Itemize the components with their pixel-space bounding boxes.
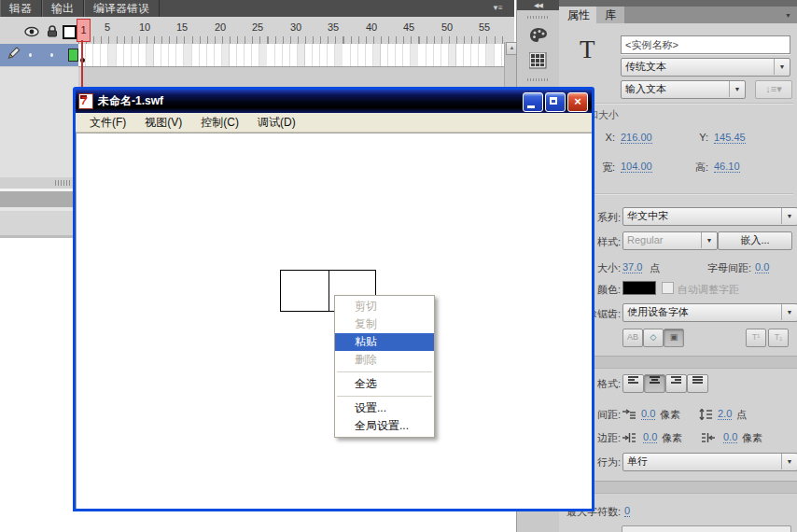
panel-menu-icon[interactable]: ▼ xyxy=(785,12,791,19)
show-hide-eye-icon[interactable] xyxy=(24,24,39,41)
menu-debug[interactable]: 调试(D) xyxy=(251,113,302,132)
indent-icon xyxy=(622,409,636,420)
section-band xyxy=(559,356,797,369)
dock-grip[interactable] xyxy=(527,78,548,81)
dock-grip[interactable] xyxy=(527,16,548,19)
align-center-button[interactable] xyxy=(644,374,665,393)
margin-left-value[interactable]: 0.0 xyxy=(643,431,657,443)
show-border-toggle[interactable]: ▣ xyxy=(664,329,684,347)
font-style-dropdown[interactable]: Regular ▼ xyxy=(622,231,718,250)
text-engine-value: 传统文本 xyxy=(625,61,666,72)
layer-row[interactable] xyxy=(0,44,78,66)
margin-left-icon xyxy=(622,432,636,443)
menu-item-global-settings[interactable]: 全局设置... xyxy=(335,417,434,435)
subscript-toggle[interactable]: T₁ xyxy=(768,329,789,347)
minimize-button[interactable] xyxy=(523,92,543,112)
align-left-button[interactable] xyxy=(622,374,644,393)
instance-name-input[interactable]: <实例名称> xyxy=(621,35,790,54)
frames-grid[interactable] xyxy=(78,44,508,67)
font-family-dropdown[interactable]: 华文中宋 ▼ xyxy=(622,207,797,226)
maximize-button[interactable] xyxy=(545,92,566,112)
menu-separator xyxy=(337,371,432,372)
menu-view[interactable]: 视图(V) xyxy=(138,113,189,132)
chevron-down-icon: ▼ xyxy=(781,454,797,469)
chevron-down-icon: ▼ xyxy=(781,208,797,224)
margin-right-unit: 像素 xyxy=(742,431,762,445)
behavior-dropdown[interactable]: 单行 ▼ xyxy=(622,453,797,471)
swatches-grid-icon[interactable] xyxy=(529,52,547,73)
layer-lock-dot[interactable] xyxy=(50,53,53,57)
text-tool-icon: T xyxy=(580,35,595,64)
text-orientation-button[interactable]: ↓≡▾ xyxy=(755,80,792,99)
indent-unit: 像素 xyxy=(660,408,680,422)
close-icon: × xyxy=(568,93,587,110)
ruler-number: 55 xyxy=(474,21,495,33)
max-chars-value[interactable]: 0 xyxy=(624,505,630,517)
outline-view-icon[interactable] xyxy=(63,25,77,39)
menu-item-cut: 剪切 xyxy=(335,298,434,315)
text-color-swatch[interactable] xyxy=(622,281,656,295)
tab-properties[interactable]: 属性 xyxy=(559,7,598,23)
lock-icon[interactable] xyxy=(46,24,59,41)
tab-compiler-errors[interactable]: 编译器错误 xyxy=(84,0,160,17)
y-value[interactable]: 145.45 xyxy=(714,132,746,144)
width-value[interactable]: 104.00 xyxy=(621,161,652,173)
superscript-toggle[interactable]: T¹ xyxy=(746,329,766,347)
height-value[interactable]: 46.10 xyxy=(714,161,740,173)
scrollbar-grip[interactable] xyxy=(55,180,70,186)
margin-right-icon xyxy=(701,432,715,443)
align-right-button[interactable] xyxy=(665,374,687,393)
panel-tab-bar: 属性 库 ▼ xyxy=(559,7,797,23)
color-palette-icon[interactable] xyxy=(529,27,548,48)
text-type-dropdown[interactable]: 输入文本 ▼ xyxy=(621,80,746,99)
font-size-unit: 点 xyxy=(650,261,660,275)
margin-right-value[interactable]: 0.0 xyxy=(723,431,737,443)
auto-kern-label: 自动调整字距 xyxy=(678,283,739,297)
menu-file[interactable]: 文件(F) xyxy=(83,113,133,132)
chevron-down-icon: ▼ xyxy=(774,59,790,75)
window-menu-bar: 文件(F) 视图(V) 控制(C) 调试(D) xyxy=(76,113,592,133)
behavior-value: 单行 xyxy=(627,455,648,467)
font-size-value[interactable]: 37.0 xyxy=(622,261,642,273)
layer-visible-dot[interactable] xyxy=(29,53,32,57)
ruler-number: 20 xyxy=(210,21,231,33)
ruler-number: 5 xyxy=(97,21,118,33)
ruler-number: 40 xyxy=(361,21,382,33)
menu-item-settings[interactable]: 设置... xyxy=(335,399,434,417)
context-menu: 剪切 复制 粘贴 删除 全选 设置... 全局设置... xyxy=(334,295,435,438)
embed-button[interactable]: 嵌入... xyxy=(718,231,792,250)
text-engine-dropdown[interactable]: 传统文本 ▼ xyxy=(621,58,790,77)
indent-value[interactable]: 0.0 xyxy=(641,408,655,420)
auto-kern-checkbox[interactable] xyxy=(662,282,674,294)
pencil-icon xyxy=(6,46,21,64)
ruler-number: 10 xyxy=(134,21,155,33)
menu-control[interactable]: 控制(C) xyxy=(194,113,245,132)
tab-editor[interactable]: 辑器 xyxy=(0,0,42,17)
height-label: 高: xyxy=(680,161,708,175)
timeline-panel-menu-icon[interactable]: ▼≡ xyxy=(492,4,507,12)
playhead-current-frame[interactable]: 1 xyxy=(77,19,91,42)
chevron-down-icon: ▼ xyxy=(781,304,797,320)
render-html-toggle[interactable]: ◇ xyxy=(643,329,664,347)
tab-library[interactable]: 库 xyxy=(596,7,624,23)
x-value[interactable]: 216.00 xyxy=(621,132,652,144)
justify-button[interactable] xyxy=(687,374,708,393)
section-band xyxy=(559,481,797,494)
antialias-dropdown[interactable]: 使用设备字体 ▼ xyxy=(622,303,797,322)
panel-top-edge xyxy=(559,0,797,7)
collapse-panels-icon[interactable]: ◀◀ xyxy=(517,0,559,10)
text-type-value: 输入文本 xyxy=(625,83,666,94)
close-button[interactable]: × xyxy=(567,92,588,112)
layer-outline-color[interactable] xyxy=(68,49,78,62)
menu-item-select-all[interactable]: 全选 xyxy=(335,375,434,393)
font-style-value: Regular xyxy=(627,234,664,245)
menu-item-paste[interactable]: 粘贴 xyxy=(335,333,434,351)
tab-output[interactable]: 输出 xyxy=(42,0,84,17)
menu-item-copy: 复制 xyxy=(335,315,434,333)
letter-spacing-value[interactable]: 0.0 xyxy=(755,261,769,273)
window-title-bar[interactable]: 7 未命名-1.swf × xyxy=(76,90,592,113)
line-spacing-value[interactable]: 2.0 xyxy=(718,408,732,420)
ruler-number: 35 xyxy=(323,21,343,33)
selectable-text-toggle[interactable]: AB xyxy=(622,329,643,347)
section-divider xyxy=(563,193,793,194)
